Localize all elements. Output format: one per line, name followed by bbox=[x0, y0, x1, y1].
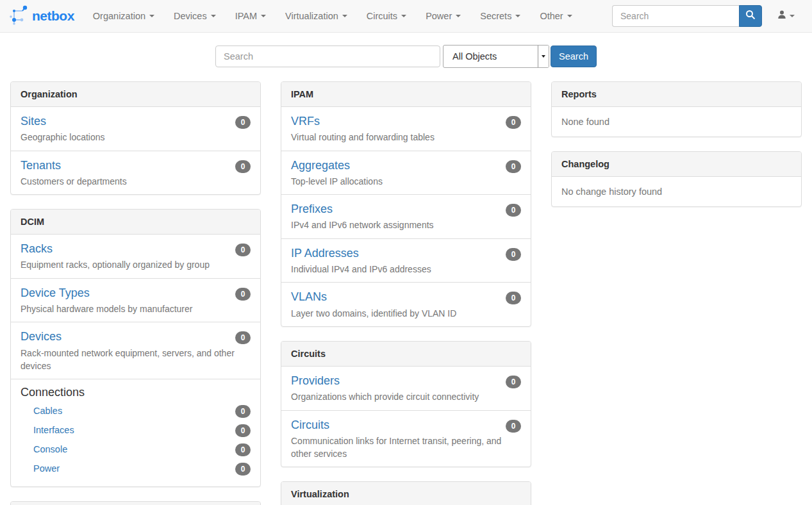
link-device-types[interactable]: Device Types bbox=[21, 286, 90, 299]
nav-item-label: Power bbox=[426, 11, 452, 21]
panel-power: Power bbox=[10, 501, 261, 505]
item-description: Organizations which provide circuit conn… bbox=[291, 390, 521, 403]
panel-item-tenants: 0 Tenants Customers or departments bbox=[11, 151, 260, 195]
chevron-down-icon bbox=[567, 15, 572, 17]
global-search-button[interactable]: Search bbox=[551, 46, 597, 67]
item-description: Physical hardware models by manufacturer bbox=[21, 302, 251, 315]
global-search-form: All Objects Search bbox=[0, 45, 812, 68]
nav-item-label: IPAM bbox=[235, 11, 257, 21]
column-left: Organization 0 Sites Geographic location… bbox=[10, 81, 261, 505]
count-badge: 0 bbox=[235, 160, 251, 173]
count-badge: 0 bbox=[506, 376, 521, 388]
link-racks[interactable]: Racks bbox=[21, 242, 53, 255]
item-description: Individual IPv4 and IPv6 addresses bbox=[291, 263, 521, 276]
user-icon bbox=[777, 10, 786, 22]
chevron-down-icon bbox=[342, 15, 347, 17]
search-icon bbox=[745, 10, 756, 22]
chevron-down-icon bbox=[261, 15, 266, 17]
connection-row-console: 0 Console bbox=[21, 440, 251, 459]
count-badge: 0 bbox=[506, 160, 521, 173]
link-circuits[interactable]: Circuits bbox=[291, 418, 329, 431]
object-type-select[interactable]: All Objects bbox=[443, 45, 549, 68]
count-badge: 0 bbox=[506, 248, 521, 261]
link-aggregates[interactable]: Aggregates bbox=[291, 159, 350, 172]
connection-row-power: 0 Power bbox=[21, 459, 251, 479]
chevron-down-icon bbox=[515, 15, 520, 17]
nav-item-label: Other bbox=[540, 11, 563, 21]
connections-title: Connections bbox=[21, 386, 251, 399]
nav-item-ipam[interactable]: IPAM bbox=[226, 0, 276, 32]
panel-title: Organization bbox=[11, 82, 260, 107]
link-ip-addresses[interactable]: IP Addresses bbox=[291, 247, 359, 260]
link-console[interactable]: Console bbox=[33, 444, 67, 454]
link-cables[interactable]: Cables bbox=[33, 406, 62, 416]
main-menu: Organization Devices IPAM Virtualization… bbox=[83, 0, 582, 32]
object-type-selected: All Objects bbox=[443, 51, 538, 62]
nav-item-label: Organization bbox=[93, 11, 145, 21]
link-providers[interactable]: Providers bbox=[291, 374, 340, 387]
panel-item-prefixes: 0 Prefixes IPv4 and IPv6 network assignm… bbox=[281, 194, 531, 238]
chevron-down-icon bbox=[211, 15, 216, 17]
item-description: Rack-mounted network equipment, servers,… bbox=[21, 347, 251, 373]
connection-row-cables: 0 Cables bbox=[21, 402, 251, 421]
item-description: Layer two domains, identified by VLAN ID bbox=[291, 307, 521, 320]
count-badge: 0 bbox=[506, 292, 521, 304]
navbar-search-form bbox=[612, 5, 762, 27]
nav-item-circuits[interactable]: Circuits bbox=[357, 0, 416, 32]
navbar-search-input[interactable] bbox=[612, 5, 739, 27]
nav-item-secrets[interactable]: Secrets bbox=[470, 0, 530, 32]
user-menu[interactable] bbox=[770, 10, 802, 22]
nav-item-label: Circuits bbox=[367, 11, 397, 21]
link-prefixes[interactable]: Prefixes bbox=[291, 203, 333, 215]
dashboard: Organization 0 Sites Geographic location… bbox=[0, 81, 812, 505]
nav-item-other[interactable]: Other bbox=[530, 0, 581, 32]
panel-item-vrfs: 0 VRFs Virtual routing and forwarding ta… bbox=[281, 107, 531, 151]
link-tenants[interactable]: Tenants bbox=[21, 159, 61, 172]
count-badge: 0 bbox=[235, 405, 251, 418]
item-description: Geographic locations bbox=[21, 131, 251, 144]
panel-item-providers: 0 Providers Organizations which provide … bbox=[281, 367, 531, 410]
changelog-empty-text: No change history found bbox=[552, 177, 801, 206]
panel-item-device-types: 0 Device Types Physical hardware models … bbox=[11, 278, 260, 322]
panel-item-ip-addresses: 0 IP Addresses Individual IPv4 and IPv6 … bbox=[281, 238, 531, 283]
link-vrfs[interactable]: VRFs bbox=[291, 115, 320, 128]
panel-title: Changelog bbox=[552, 152, 801, 177]
global-search-input[interactable] bbox=[215, 46, 440, 67]
column-right: Reports None found Changelog No change h… bbox=[551, 81, 802, 505]
link-devices[interactable]: Devices bbox=[21, 330, 62, 343]
chevron-down-icon bbox=[542, 55, 545, 58]
count-badge: 0 bbox=[235, 288, 251, 301]
item-description: Customers or departments bbox=[21, 175, 251, 188]
panel-title: Power bbox=[11, 502, 260, 505]
panel-changelog: Changelog No change history found bbox=[551, 151, 802, 207]
panel-item-racks: 0 Racks Equipment racks, optionally orga… bbox=[11, 235, 260, 278]
navbar-search-button[interactable] bbox=[739, 5, 762, 27]
netbox-brand[interactable]: netbox bbox=[10, 4, 74, 28]
nav-item-virtualization[interactable]: Virtualization bbox=[276, 0, 357, 32]
item-description: Equipment racks, optionally organized by… bbox=[21, 258, 251, 271]
panel-title: Reports bbox=[552, 82, 801, 107]
brand-title: netbox bbox=[32, 8, 74, 24]
panel-item-vlans: 0 VLANs Layer two domains, identified by… bbox=[281, 282, 531, 326]
nav-item-devices[interactable]: Devices bbox=[164, 0, 226, 32]
count-badge: 0 bbox=[506, 204, 521, 217]
item-description: Virtual routing and forwarding tables bbox=[291, 131, 521, 144]
connection-row-interfaces: 0 Interfaces bbox=[21, 421, 251, 440]
link-power-connections[interactable]: Power bbox=[33, 463, 60, 474]
panel-title: Virtualization bbox=[281, 482, 531, 505]
netbox-logo-icon bbox=[10, 4, 28, 28]
item-description: IPv4 and IPv6 network assignments bbox=[291, 219, 521, 231]
nav-item-organization[interactable]: Organization bbox=[83, 0, 164, 32]
count-badge: 0 bbox=[235, 331, 251, 344]
panel-item-circuits: 0 Circuits Communication links for Inter… bbox=[281, 410, 531, 467]
panel-organization: Organization 0 Sites Geographic location… bbox=[10, 81, 261, 195]
panel-dcim: DCIM 0 Racks Equipment racks, optionally… bbox=[10, 209, 261, 487]
count-badge: 0 bbox=[235, 244, 251, 256]
link-vlans[interactable]: VLANs bbox=[291, 290, 327, 303]
link-interfaces[interactable]: Interfaces bbox=[33, 425, 74, 435]
link-sites[interactable]: Sites bbox=[21, 115, 46, 128]
panel-reports: Reports None found bbox=[551, 81, 802, 137]
nav-item-power[interactable]: Power bbox=[416, 0, 470, 32]
chevron-down-icon bbox=[401, 15, 406, 17]
panel-ipam: IPAM 0 VRFs Virtual routing and forwardi… bbox=[281, 81, 531, 327]
